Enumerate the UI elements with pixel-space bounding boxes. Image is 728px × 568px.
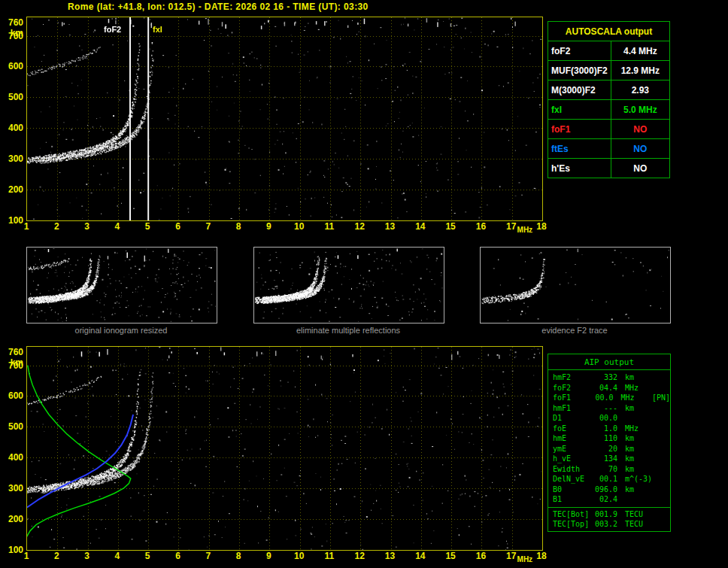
- x-axis-unit-label: MHz: [515, 226, 535, 234]
- autoscala-row: h'EsNO: [548, 159, 670, 178]
- aip-row: foE1.0MHz: [548, 424, 670, 434]
- aip-parameter-value: 110: [593, 433, 617, 444]
- aip-parameter-name: DelN_vE: [553, 474, 593, 484]
- aip-parameter-name: TEC[Bot]: [553, 509, 593, 520]
- autoscala-parameter-value: 2.93: [611, 80, 669, 100]
- autoscala-output-table: AUTOSCALA output foF24.4 MHzMUF(3000)F21…: [548, 21, 670, 178]
- aip-parameter-name: D1: [553, 413, 593, 424]
- x-axis-tick: 8: [232, 221, 245, 232]
- x-axis-tick: 14: [414, 551, 427, 561]
- autoscala-parameter-label: ftEs: [548, 139, 611, 159]
- aip-parameter-unit: km: [617, 484, 655, 495]
- autoscala-row: M(3000)F22.93: [548, 80, 670, 100]
- thumbnail-original-ionogram: [26, 247, 217, 323]
- y-axis-tick: 200: [3, 514, 23, 524]
- thumbnail-filtered-canvas: [255, 248, 443, 322]
- autoscala-parameter-value: 5.0 MHz: [611, 100, 669, 120]
- aip-parameter-unit: [617, 413, 655, 424]
- autoscala-parameter-value: NO: [611, 120, 669, 139]
- aip-parameter-unit: MHz: [613, 393, 648, 403]
- x-axis-tick: 13: [384, 221, 397, 232]
- aip-parameter-extra: [655, 444, 658, 454]
- aip-parameter-extra: [655, 413, 658, 424]
- aip-parameter-unit: MHz: [617, 383, 655, 393]
- aip-parameter-name: B1: [553, 494, 593, 505]
- x-axis-tick: 5: [141, 221, 154, 232]
- aip-parameter-name: Ewidth: [553, 464, 593, 475]
- aip-parameter-unit: TECU: [617, 519, 655, 530]
- x-axis-tick: 11: [323, 551, 336, 561]
- x-axis-tick: 2: [50, 551, 63, 561]
- aip-row: foF204.4MHz: [548, 383, 670, 393]
- y-axis-tick: 760: [3, 347, 23, 357]
- aip-parameter-extra: [655, 509, 658, 520]
- x-axis-tick: 8: [232, 551, 245, 561]
- y-axis-tick: 700: [3, 31, 23, 41]
- x-axis-tick: 16: [474, 551, 487, 561]
- x-axis-tick: 12: [353, 221, 366, 232]
- x-axis-tick: 10: [293, 221, 306, 232]
- aip-parameter-extra: [PN]: [649, 393, 670, 403]
- y-axis-tick: 300: [3, 483, 23, 494]
- bottom-ionogram-plot: [26, 346, 543, 551]
- aip-parameter-unit: [617, 494, 655, 505]
- bottom-ionogram-canvas: [27, 347, 542, 550]
- aip-parameter-extra: [655, 519, 658, 530]
- aip-parameter-name: ymE: [553, 444, 593, 454]
- autoscala-row: ftEsNO: [548, 139, 670, 159]
- aip-parameter-extra: [655, 424, 658, 434]
- aip-parameter-extra: [655, 464, 658, 475]
- x-axis-tick: 6: [171, 221, 184, 232]
- autoscala-parameter-value: 12.9 MHz: [611, 61, 669, 80]
- autoscala-parameter-value: NO: [611, 139, 669, 159]
- x-axis-tick: 2: [50, 221, 63, 232]
- aip-parameter-value: 04.4: [593, 383, 617, 393]
- aip-parameter-unit: km: [617, 403, 655, 414]
- x-axis-tick: 5: [141, 551, 154, 561]
- y-axis-tick: 760: [3, 17, 23, 28]
- y-axis-tick: 400: [3, 123, 23, 133]
- aip-row: DelN_vE00.1m^(-3): [548, 474, 670, 484]
- x-axis-tick: 7: [202, 551, 215, 561]
- autoscala-parameter-value: NO: [611, 159, 669, 178]
- x-axis-tick: 15: [444, 551, 457, 561]
- aip-row: B0096.0km: [548, 484, 670, 495]
- aip-row: D100.0: [548, 413, 670, 424]
- aip-row: TEC[Top]003.2TECU: [548, 519, 670, 530]
- x-axis-tick: 14: [414, 221, 427, 232]
- aip-row: TEC[Bot]001.9TECU: [548, 507, 670, 520]
- y-axis-tick: 300: [3, 153, 23, 164]
- x-axis-tick: 7: [202, 221, 215, 232]
- aip-parameter-value: 096.0: [593, 484, 617, 495]
- aip-parameter-unit: km: [617, 454, 655, 464]
- autoscala-parameter-label: fxI: [548, 100, 611, 120]
- aip-row: ymE20km: [548, 444, 670, 454]
- x-axis-tick: 15: [444, 221, 457, 232]
- y-axis-tick: 100: [3, 215, 23, 226]
- aip-parameter-value: 00.0: [591, 393, 614, 403]
- aip-parameter-name: h_vE: [553, 454, 593, 464]
- thumbnail-original-canvas: [28, 248, 216, 322]
- aip-parameter-value: 00.0: [593, 413, 617, 424]
- thumbnail-f2-trace: [480, 247, 671, 323]
- aip-parameter-value: 134: [593, 454, 617, 464]
- autoscala-parameter-label: MUF(3000)F2: [548, 61, 611, 80]
- aip-parameter-unit: km: [617, 372, 655, 383]
- x-axis-tick: 18: [535, 551, 548, 561]
- aip-parameter-name: hmE: [553, 433, 593, 444]
- thumbnail-f2-trace-canvas: [481, 248, 669, 322]
- page-title: Rome (lat: +41.8, lon: 012.5) - DATE: 20…: [68, 2, 369, 12]
- y-axis-tick: 500: [3, 421, 23, 432]
- aip-parameter-extra: [655, 474, 658, 484]
- top-ionogram-plot: foF2 fxI: [26, 17, 543, 221]
- top-ionogram-canvas: [27, 17, 542, 220]
- x-axis-tick: 6: [171, 551, 184, 561]
- autoscala-row: foF24.4 MHz: [548, 41, 670, 61]
- x-axis-tick: 10: [293, 551, 306, 561]
- x-axis-tick: 3: [80, 221, 94, 232]
- y-axis-tick: 600: [3, 390, 23, 401]
- aip-parameter-unit: km: [617, 444, 655, 454]
- x-axis-tick: 3: [80, 551, 94, 561]
- aip-parameter-extra: [655, 403, 658, 414]
- autoscala-parameter-label: foF2: [548, 41, 611, 61]
